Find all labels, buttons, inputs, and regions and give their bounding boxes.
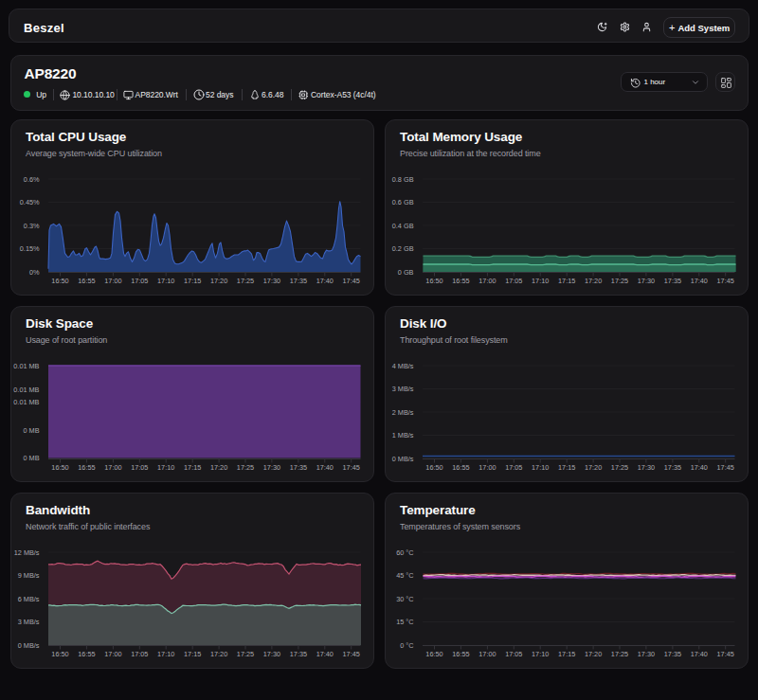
svg-text:16:55: 16:55 xyxy=(78,277,95,285)
svg-text:30 °C: 30 °C xyxy=(396,594,413,602)
svg-text:17:25: 17:25 xyxy=(610,277,627,285)
svg-text:9 MB/s: 9 MB/s xyxy=(17,571,39,580)
svg-text:17:15: 17:15 xyxy=(558,650,575,658)
svg-text:17:45: 17:45 xyxy=(342,650,359,658)
svg-text:0 MB/s: 0 MB/s xyxy=(17,640,39,649)
svg-text:0.3%: 0.3% xyxy=(23,221,39,229)
svg-text:17:45: 17:45 xyxy=(342,277,359,285)
svg-text:0.6 GB: 0.6 GB xyxy=(391,198,413,206)
svg-text:17:10: 17:10 xyxy=(532,277,549,285)
svg-text:17:40: 17:40 xyxy=(690,277,707,285)
svg-text:17:30: 17:30 xyxy=(262,650,280,658)
svg-text:17:05: 17:05 xyxy=(505,650,522,658)
svg-text:17:00: 17:00 xyxy=(104,463,121,472)
svg-text:17:20: 17:20 xyxy=(209,650,226,658)
svg-text:17:00: 17:00 xyxy=(478,650,496,658)
svg-text:17:40: 17:40 xyxy=(690,650,707,658)
svg-text:17:20: 17:20 xyxy=(584,650,601,658)
svg-text:17:15: 17:15 xyxy=(184,463,201,472)
svg-text:16:50: 16:50 xyxy=(51,277,68,285)
svg-text:17:45: 17:45 xyxy=(716,650,733,658)
svg-text:17:10: 17:10 xyxy=(532,650,549,658)
svg-text:17:05: 17:05 xyxy=(505,463,522,472)
svg-text:17:05: 17:05 xyxy=(505,277,522,285)
svg-text:17:40: 17:40 xyxy=(316,463,333,472)
svg-text:16:55: 16:55 xyxy=(78,463,95,472)
svg-text:16:55: 16:55 xyxy=(452,463,469,472)
svg-text:16:55: 16:55 xyxy=(452,650,469,658)
svg-text:17:05: 17:05 xyxy=(131,277,148,285)
svg-text:17:25: 17:25 xyxy=(236,277,253,285)
svg-text:17:45: 17:45 xyxy=(342,463,359,472)
svg-text:17:00: 17:00 xyxy=(104,650,121,658)
svg-text:16:55: 16:55 xyxy=(78,650,95,658)
svg-text:17:30: 17:30 xyxy=(637,650,654,658)
svg-text:0%: 0% xyxy=(28,267,39,276)
svg-text:15 °C: 15 °C xyxy=(396,618,413,626)
svg-text:16:55: 16:55 xyxy=(452,277,469,285)
svg-text:17:20: 17:20 xyxy=(584,277,601,285)
svg-text:17:40: 17:40 xyxy=(690,463,707,472)
svg-text:16:50: 16:50 xyxy=(425,277,442,285)
svg-text:16:50: 16:50 xyxy=(51,650,68,658)
svg-text:16:50: 16:50 xyxy=(425,650,442,658)
svg-text:0.2 GB: 0.2 GB xyxy=(391,244,413,253)
svg-text:17:35: 17:35 xyxy=(663,277,680,285)
svg-text:0.4 GB: 0.4 GB xyxy=(391,221,413,229)
svg-text:16:50: 16:50 xyxy=(425,463,442,472)
svg-text:60 °C: 60 °C xyxy=(396,547,413,556)
svg-text:17:05: 17:05 xyxy=(131,463,148,472)
svg-text:17:15: 17:15 xyxy=(184,650,201,658)
svg-text:6 MB/s: 6 MB/s xyxy=(17,594,39,602)
svg-text:0.15%: 0.15% xyxy=(19,244,39,253)
svg-text:16:50: 16:50 xyxy=(51,463,68,472)
svg-text:45 °C: 45 °C xyxy=(396,571,413,580)
svg-text:0 GB: 0 GB xyxy=(397,267,413,276)
svg-text:12 MB/s: 12 MB/s xyxy=(13,547,39,556)
svg-text:1 MB/s: 1 MB/s xyxy=(391,431,413,440)
svg-text:17:00: 17:00 xyxy=(104,277,121,285)
svg-text:17:30: 17:30 xyxy=(262,463,280,472)
svg-text:17:30: 17:30 xyxy=(637,277,654,285)
svg-text:0 MB: 0 MB xyxy=(23,425,39,434)
svg-text:2 MB/s: 2 MB/s xyxy=(391,407,413,416)
svg-text:0.01 MB: 0.01 MB xyxy=(13,362,39,370)
svg-text:17:35: 17:35 xyxy=(289,650,306,658)
svg-text:17:35: 17:35 xyxy=(289,463,306,472)
svg-text:0.8 GB: 0.8 GB xyxy=(391,174,413,183)
svg-text:17:40: 17:40 xyxy=(316,650,333,658)
svg-text:17:25: 17:25 xyxy=(236,650,253,658)
svg-text:17:30: 17:30 xyxy=(637,463,654,472)
svg-text:17:20: 17:20 xyxy=(209,277,226,285)
svg-text:0 MB/s: 0 MB/s xyxy=(391,454,413,462)
svg-text:17:10: 17:10 xyxy=(157,463,174,472)
svg-text:17:45: 17:45 xyxy=(716,463,733,472)
svg-text:17:10: 17:10 xyxy=(532,463,549,472)
svg-text:17:30: 17:30 xyxy=(262,277,280,285)
svg-text:3 MB/s: 3 MB/s xyxy=(391,385,413,393)
svg-text:17:20: 17:20 xyxy=(209,463,226,472)
svg-text:17:15: 17:15 xyxy=(184,277,201,285)
svg-text:17:25: 17:25 xyxy=(610,650,627,658)
svg-text:4 MB/s: 4 MB/s xyxy=(391,361,413,369)
svg-text:0.45%: 0.45% xyxy=(19,198,39,206)
svg-text:17:25: 17:25 xyxy=(236,463,253,472)
svg-text:17:00: 17:00 xyxy=(478,277,496,285)
svg-text:17:15: 17:15 xyxy=(558,463,575,472)
svg-text:17:45: 17:45 xyxy=(716,277,733,285)
svg-text:0 °C: 0 °C xyxy=(400,640,413,649)
svg-text:0.6%: 0.6% xyxy=(23,174,39,183)
svg-text:17:35: 17:35 xyxy=(663,650,680,658)
svg-text:17:35: 17:35 xyxy=(289,277,306,285)
svg-text:17:10: 17:10 xyxy=(157,277,174,285)
svg-text:17:25: 17:25 xyxy=(610,463,627,472)
svg-text:0.01 MB: 0.01 MB xyxy=(13,385,39,393)
svg-text:17:15: 17:15 xyxy=(558,277,575,285)
svg-text:17:20: 17:20 xyxy=(584,463,601,472)
svg-text:17:35: 17:35 xyxy=(663,463,680,472)
svg-text:17:10: 17:10 xyxy=(157,650,174,658)
svg-text:3 MB/s: 3 MB/s xyxy=(17,618,39,626)
svg-text:0 MB: 0 MB xyxy=(23,453,39,461)
svg-text:0.01 MB: 0.01 MB xyxy=(13,398,39,406)
svg-text:17:40: 17:40 xyxy=(316,277,333,285)
